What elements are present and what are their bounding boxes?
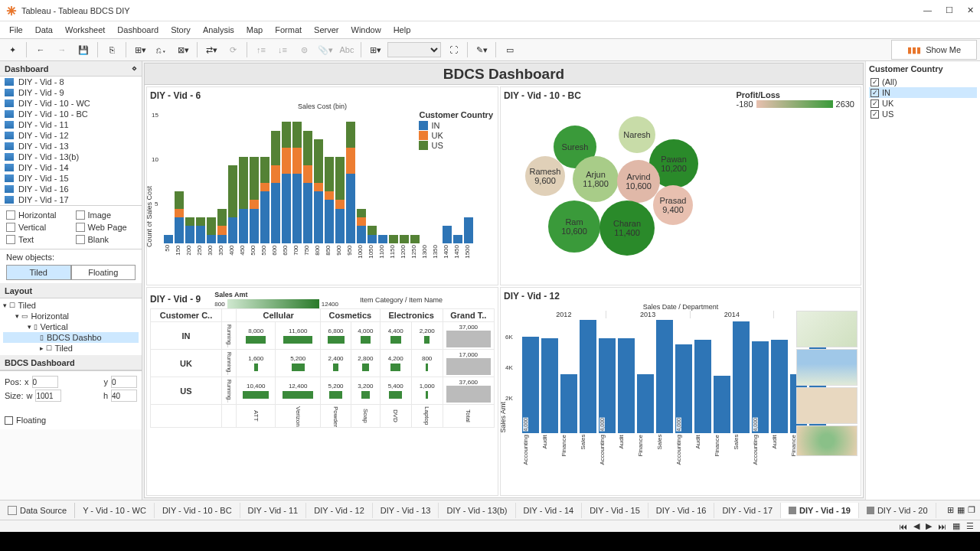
bubble-arvind[interactable]: Arvind10,600 <box>617 160 660 203</box>
tab-diy-vid-10-bc[interactable]: DIY - Vid - 10 - BC <box>155 503 240 518</box>
list-view-icon[interactable]: ☰ <box>966 521 974 531</box>
sort-asc-icon[interactable]: ↑≡ <box>252 41 270 59</box>
new-worksheet-icon[interactable]: ⊞ <box>947 505 954 515</box>
object-vertical[interactable]: Vertical <box>6 223 67 232</box>
clear-icon[interactable]: ⊠▾ <box>174 41 192 59</box>
bubble-naresh[interactable]: Naresh <box>619 116 655 153</box>
menu-data[interactable]: Data <box>31 24 57 36</box>
menu-file[interactable]: File <box>5 24 28 36</box>
sheet-item[interactable]: DIY - Vid - 9 <box>0 87 142 98</box>
bubble-ram[interactable]: Ram10,600 <box>548 201 600 253</box>
last-icon[interactable]: ⏭ <box>938 522 946 531</box>
tab-diy-vid-14[interactable]: DIY - Vid - 14 <box>516 503 583 518</box>
sheet-item[interactable]: DIY - Vid - 13 <box>0 141 142 152</box>
tab-diy-vid-13-b-[interactable]: DIY - Vid - 13(b) <box>439 503 515 518</box>
sheet-item[interactable]: DIY - Vid - 15 <box>0 173 142 184</box>
tab-diy-vid-13[interactable]: DIY - Vid - 13 <box>373 503 439 518</box>
label-icon[interactable]: Abc <box>338 41 356 59</box>
menu-format[interactable]: Format <box>270 24 306 36</box>
sheet-item[interactable]: DIY - Vid - 8 <box>0 77 142 87</box>
object-blank[interactable]: Blank <box>76 235 136 244</box>
presentation2-icon[interactable]: ▭ <box>501 41 519 59</box>
thumb-1[interactable] <box>796 311 858 347</box>
layout-item[interactable]: ▾ ☐Tiled <box>3 300 139 311</box>
close-button[interactable]: ✕ <box>967 5 974 15</box>
object-web-page[interactable]: Web Page <box>76 223 136 232</box>
new-datasource-icon[interactable]: ⎘ <box>103 41 121 59</box>
viz-diy-vid-9[interactable]: DIY - Vid - 9 Sales Amt 800 12400 Item C… <box>146 287 498 496</box>
fit-icon[interactable]: ⊞▾ <box>366 41 384 59</box>
size-w-input[interactable] <box>35 390 61 402</box>
tab-diy-vid-12[interactable]: DIY - Vid - 12 <box>306 503 373 518</box>
object-horizontal[interactable]: Horizontal <box>6 210 67 220</box>
presentation-icon[interactable]: ⛶ <box>444 41 462 59</box>
menu-help[interactable]: Help <box>389 24 416 36</box>
menu-window[interactable]: Window <box>347 24 386 36</box>
menu-server[interactable]: Server <box>309 24 343 36</box>
menu-story[interactable]: Story <box>166 24 195 36</box>
forward-icon[interactable]: → <box>53 41 71 59</box>
tab-y-vid-10-wc[interactable]: Y - Vid - 10 - WC <box>75 503 155 518</box>
bubble-charan[interactable]: Charan11,400 <box>599 201 655 256</box>
sheet-item[interactable]: DIY - Vid - 17 <box>0 194 142 205</box>
sheet-item[interactable]: DIY - Vid - 13(b) <box>0 152 142 162</box>
tab-diy-vid-15[interactable]: DIY - Vid - 15 <box>582 503 648 518</box>
layout-item[interactable]: ▯BDCS Dashbo <box>3 332 139 343</box>
filter-item-US[interactable]: ✓US <box>869 109 977 119</box>
thumb-3[interactable] <box>796 387 858 424</box>
datasource-tab[interactable]: Data Source <box>0 503 75 518</box>
prev-icon[interactable]: ◀ <box>913 521 920 531</box>
tab-diy-vid-20[interactable]: DIY - Vid - 20 <box>859 503 936 518</box>
minimize-button[interactable]: — <box>923 5 932 15</box>
sheet-item[interactable]: DIY - Vid - 11 <box>0 119 142 130</box>
tab-diy-vid-19[interactable]: DIY - Vid - 19 <box>781 503 859 518</box>
viz-diy-vid-6[interactable]: DIY - Vid - 6 Sales Cost (bin) Count of … <box>146 86 498 285</box>
maximize-button[interactable]: ☐ <box>946 5 953 15</box>
bubble-arjun[interactable]: Arjun11,800 <box>573 156 619 202</box>
highlight-icon[interactable]: ✎▾ <box>472 41 491 59</box>
back-icon[interactable]: ← <box>31 41 50 59</box>
grid-view-icon[interactable]: ▦ <box>952 521 960 531</box>
menu-map[interactable]: Map <box>242 24 267 36</box>
refresh-icon[interactable]: ⟳ <box>224 41 242 59</box>
pos-y-input[interactable] <box>111 376 137 388</box>
filter-item-IN[interactable]: ✓IN <box>869 87 977 98</box>
fit-select[interactable] <box>387 42 441 57</box>
thumb-2[interactable] <box>796 349 858 386</box>
duplicate-icon[interactable]: ⎌▾ <box>152 41 171 59</box>
next-icon[interactable]: ▶ <box>926 521 932 531</box>
sheet-item[interactable]: DIY - Vid - 10 - WC <box>0 98 142 109</box>
tiled-button[interactable]: Tiled <box>6 265 71 280</box>
new-dashboard-icon[interactable]: ▦ <box>957 505 965 515</box>
viz-diy-vid-10-bc[interactable]: DIY - Vid - 10 - BC Profit/Loss -180 263… <box>500 86 861 285</box>
save-icon[interactable]: 💾 <box>74 41 93 59</box>
group-icon[interactable]: ⊜ <box>295 41 313 59</box>
tab-diy-vid-11[interactable]: DIY - Vid - 11 <box>240 503 307 518</box>
sheet-item[interactable]: DIY - Vid - 16 <box>0 184 142 194</box>
show-me-button[interactable]: ▮▮▮ Show Me <box>891 40 977 60</box>
sort-desc-icon[interactable]: ↓≡ <box>273 41 292 59</box>
thumb-4[interactable] <box>796 425 858 456</box>
first-icon[interactable]: ⏮ <box>899 522 907 531</box>
layout-item[interactable]: ▾ ▭Horizontal <box>3 311 139 321</box>
menu-dashboard[interactable]: Dashboard <box>113 24 163 36</box>
tab-diy-vid-17[interactable]: DIY - Vid - 17 <box>714 503 781 518</box>
tab-diy-vid-16[interactable]: DIY - Vid - 16 <box>648 503 715 518</box>
sheet-item[interactable]: DIY - Vid - 10 - BC <box>0 109 142 119</box>
menu-analysis[interactable]: Analysis <box>198 24 239 36</box>
filter-item-(All)[interactable]: ✓(All) <box>869 77 977 87</box>
pos-x-input[interactable] <box>32 376 58 388</box>
viz-diy-vid-12[interactable]: DIY - Vid - 12 Sales Date / Department 2… <box>500 287 861 496</box>
new-sheet-icon[interactable]: ⊞▾ <box>131 41 149 59</box>
filter-item-UK[interactable]: ✓UK <box>869 98 977 109</box>
object-text[interactable]: Text <box>6 235 67 244</box>
sheet-item[interactable]: DIY - Vid - 14 <box>0 162 142 173</box>
floating-button[interactable]: Floating <box>71 265 136 280</box>
pin-icon[interactable]: 📎▾ <box>316 41 335 59</box>
collapse-icon[interactable]: ⋄ <box>132 64 137 73</box>
layout-item[interactable]: ▸ ☐Tiled <box>3 343 139 354</box>
floating-checkbox[interactable] <box>5 416 13 425</box>
bubble-ramesh[interactable]: Ramesh9,600 <box>525 156 565 196</box>
swap-icon[interactable]: ⇄▾ <box>202 41 220 59</box>
new-connection-icon[interactable]: ✦ <box>3 41 21 59</box>
